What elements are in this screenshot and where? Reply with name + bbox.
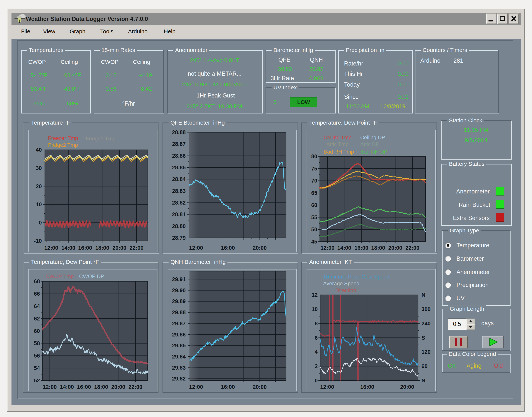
svg-text:29.91: 29.91 bbox=[172, 276, 186, 282]
svg-text:80: 80 bbox=[311, 153, 317, 159]
svg-text:20:00: 20:00 bbox=[253, 245, 267, 251]
svg-text:N: N bbox=[421, 377, 426, 384]
svg-text:S: S bbox=[421, 335, 425, 341]
svg-text:240: 240 bbox=[421, 321, 430, 326]
svg-text:20:00: 20:00 bbox=[400, 384, 414, 390]
svg-text:22:00: 22:00 bbox=[405, 245, 419, 251]
svg-text:-10: -10 bbox=[34, 238, 42, 244]
svg-text:28.84: 28.84 bbox=[172, 176, 186, 182]
svg-text:29.90: 29.90 bbox=[172, 287, 186, 293]
svg-text:29.86: 29.86 bbox=[172, 332, 186, 338]
svg-text:14:00: 14:00 bbox=[61, 245, 75, 251]
svg-text:40: 40 bbox=[36, 147, 42, 153]
svg-text:CWOP DP: CWOP DP bbox=[79, 273, 104, 279]
svg-text:28.87: 28.87 bbox=[172, 141, 186, 147]
svg-text:300: 300 bbox=[421, 306, 430, 312]
svg-text:10: 10 bbox=[36, 201, 42, 207]
svg-text:18:00: 18:00 bbox=[94, 384, 108, 390]
svg-text:Direction: Direction bbox=[335, 287, 356, 293]
svg-text:28.81: 28.81 bbox=[172, 211, 186, 217]
svg-text:60: 60 bbox=[34, 328, 40, 334]
svg-text:16:00: 16:00 bbox=[354, 245, 368, 251]
svg-text:4: 4 bbox=[315, 349, 318, 355]
svg-text:16:00: 16:00 bbox=[360, 384, 374, 390]
svg-text:CWOP Tmp: CWOP Tmp bbox=[46, 273, 74, 279]
svg-text:2: 2 bbox=[315, 363, 318, 369]
svg-text:20:00: 20:00 bbox=[111, 384, 125, 390]
svg-text:20:00: 20:00 bbox=[253, 384, 267, 390]
svg-text:28.85: 28.85 bbox=[172, 165, 186, 170]
svg-text:22:00: 22:00 bbox=[129, 245, 143, 251]
svg-text:N: N bbox=[421, 292, 426, 298]
svg-text:8: 8 bbox=[315, 321, 318, 326]
svg-text:60: 60 bbox=[311, 202, 317, 208]
svg-text:55: 55 bbox=[311, 214, 317, 220]
svg-text:62: 62 bbox=[34, 316, 40, 322]
svg-text:10: 10 bbox=[312, 306, 318, 312]
svg-text:29.85: 29.85 bbox=[172, 343, 186, 348]
svg-text:16:00: 16:00 bbox=[221, 245, 235, 251]
svg-text:Ceiling Tmp: Ceiling Tmp bbox=[324, 135, 351, 140]
svg-text:52: 52 bbox=[34, 377, 40, 384]
svg-text:18:00: 18:00 bbox=[95, 245, 109, 251]
svg-text:50: 50 bbox=[311, 226, 317, 232]
svg-text:29.88: 29.88 bbox=[172, 309, 186, 315]
svg-text:29.89: 29.89 bbox=[172, 298, 186, 304]
svg-text:0: 0 bbox=[315, 377, 318, 384]
svg-text:28.79: 28.79 bbox=[172, 235, 186, 241]
svg-text:29.83: 29.83 bbox=[172, 365, 186, 371]
svg-text:18:00: 18:00 bbox=[371, 245, 385, 251]
svg-text:16:00: 16:00 bbox=[78, 245, 92, 251]
svg-text:28.80: 28.80 bbox=[172, 223, 186, 229]
svg-text:29.82: 29.82 bbox=[172, 375, 186, 382]
svg-text:66: 66 bbox=[34, 291, 40, 297]
svg-text:65: 65 bbox=[311, 190, 317, 196]
svg-text:30: 30 bbox=[36, 165, 42, 171]
svg-text:Attic Tmp: Attic Tmp bbox=[326, 141, 349, 147]
svg-text:68: 68 bbox=[34, 278, 40, 284]
svg-text:28.83: 28.83 bbox=[172, 188, 186, 194]
svg-text:12:00: 12:00 bbox=[320, 245, 334, 251]
svg-text:Bad RH Tmp: Bad RH Tmp bbox=[324, 149, 354, 155]
svg-text:12:00: 12:00 bbox=[43, 384, 57, 390]
svg-text:120: 120 bbox=[421, 349, 430, 355]
svg-text:Ceiling DP: Ceiling DP bbox=[360, 135, 385, 140]
svg-text:0: 0 bbox=[39, 219, 42, 226]
svg-text:6: 6 bbox=[315, 335, 318, 341]
svg-text:70: 70 bbox=[311, 178, 317, 184]
svg-text:Attic DP: Attic DP bbox=[360, 141, 379, 147]
svg-text:45: 45 bbox=[311, 239, 317, 245]
svg-text:60: 60 bbox=[421, 363, 427, 369]
svg-text:Freezer Tmp: Freezer Tmp bbox=[48, 135, 78, 141]
svg-text:22:00: 22:00 bbox=[128, 384, 142, 390]
svg-text:Fridge1 Tmp: Fridge1 Tmp bbox=[86, 136, 116, 142]
svg-text:56: 56 bbox=[34, 353, 40, 359]
svg-text:16:00: 16:00 bbox=[77, 384, 91, 390]
svg-text:28.82: 28.82 bbox=[172, 200, 186, 206]
svg-text:20:00: 20:00 bbox=[388, 245, 402, 251]
svg-text:12:00: 12:00 bbox=[44, 245, 58, 251]
svg-text:20: 20 bbox=[36, 183, 42, 189]
svg-text:29.87: 29.87 bbox=[172, 321, 186, 326]
svg-text:Average Speed: Average Speed bbox=[323, 281, 360, 286]
svg-text:28.86: 28.86 bbox=[172, 153, 186, 159]
svg-text:12:00: 12:00 bbox=[320, 384, 334, 390]
svg-text:12:00: 12:00 bbox=[189, 384, 203, 390]
svg-text:14:00: 14:00 bbox=[60, 384, 74, 390]
svg-text:75: 75 bbox=[311, 166, 317, 172]
svg-text:12: 12 bbox=[312, 292, 318, 298]
svg-text:Bad RH DP: Bad RH DP bbox=[360, 149, 388, 155]
svg-text:54: 54 bbox=[34, 365, 40, 371]
svg-text:29.84: 29.84 bbox=[172, 354, 186, 360]
svg-text:14:00: 14:00 bbox=[337, 245, 351, 251]
svg-text:20:00: 20:00 bbox=[112, 245, 126, 251]
svg-text:64: 64 bbox=[34, 303, 40, 309]
svg-text:58: 58 bbox=[34, 340, 40, 346]
svg-text:10-minute Peak Gust Speed: 10-minute Peak Gust Speed bbox=[323, 274, 389, 280]
svg-text:28.88: 28.88 bbox=[172, 130, 186, 135]
svg-text:12:00: 12:00 bbox=[189, 245, 203, 251]
svg-text:Fridge2 Tmp: Fridge2 Tmp bbox=[48, 142, 78, 148]
svg-text:16:00: 16:00 bbox=[221, 384, 235, 390]
